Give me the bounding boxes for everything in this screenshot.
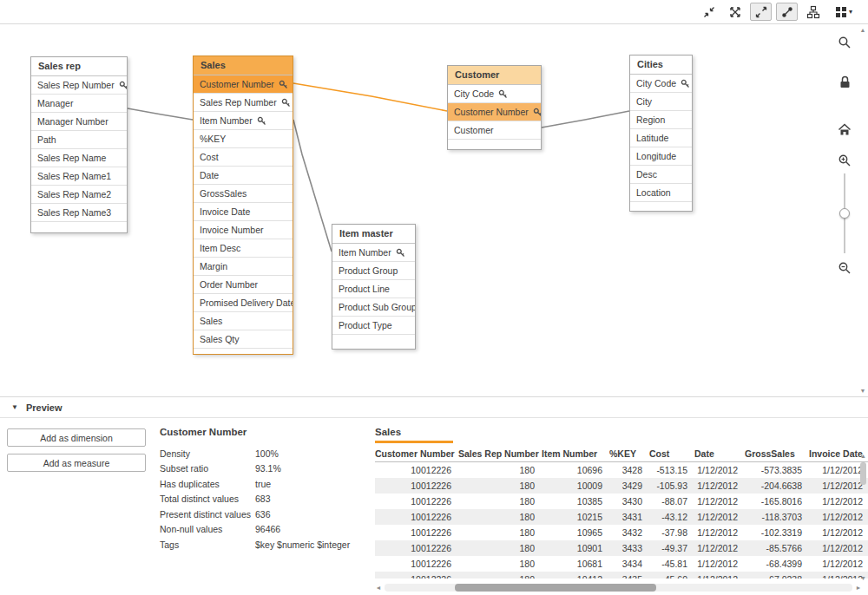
field-product-type[interactable]: Product Type (332, 317, 415, 335)
field-sales-rep-name1[interactable]: Sales Rep Name1 (31, 167, 127, 186)
column-header-date[interactable]: Date (694, 448, 745, 459)
field-order-number[interactable]: Order Number (194, 276, 293, 294)
scroll-right-icon[interactable]: ► (853, 585, 864, 591)
table-header[interactable]: Customer (448, 66, 541, 85)
expand-all-button[interactable] (750, 3, 772, 21)
association-salesrep-sales[interactable] (128, 108, 193, 120)
table-row[interactable]: 10012226180106963428-513.151/12/2012-573… (375, 462, 868, 478)
field-sales-rep-name[interactable]: Sales Rep Name (31, 149, 127, 167)
column-header-item-number[interactable]: Item Number (542, 448, 609, 459)
column-header-customer-number[interactable]: Customer Number (375, 448, 458, 459)
field-city-code[interactable]: City Code (448, 85, 541, 103)
association-sales-customer[interactable] (293, 83, 447, 111)
zoom-out-button[interactable] (833, 257, 856, 279)
collapse-all-button[interactable] (698, 3, 720, 21)
preview-horizontal-scrollbar[interactable]: ◄ ► (373, 582, 864, 593)
zoom-in-button[interactable] (833, 149, 856, 172)
column-header-cost[interactable]: Cost (649, 448, 694, 459)
field-sales-qty[interactable]: Sales Qty (194, 330, 293, 349)
table-row[interactable]: 10012226180103853430-88.071/12/2012-165.… (375, 494, 868, 509)
model-table-sales-rep[interactable]: Sales repSales Rep NumberManagerManager … (30, 56, 128, 233)
table-cell: 180 (458, 465, 542, 475)
field-product-sub-group[interactable]: Product Sub Group (332, 298, 415, 317)
scroll-down-icon[interactable]: ▼ (860, 388, 866, 394)
table-row[interactable]: 10012226180102153431-43.121/12/2012-118.… (375, 509, 868, 525)
add-as-measure-button[interactable]: Add as measure (7, 454, 146, 472)
table-row[interactable]: 10012226180104123435-45.601/12/2012-67.0… (375, 572, 868, 579)
field-path[interactable]: Path (31, 131, 127, 149)
scrollbar-thumb[interactable] (455, 584, 656, 592)
field-cost[interactable]: Cost (194, 148, 293, 167)
preview-header[interactable]: ▼ Preview (0, 397, 868, 418)
field-item-number[interactable]: Item Number (332, 244, 415, 262)
field-product-group[interactable]: Product Group (332, 262, 415, 280)
model-table-sales[interactable]: SalesCustomer NumberSales Rep NumberItem… (193, 56, 293, 355)
scroll-up-icon[interactable]: ▲ (860, 27, 866, 33)
table-row[interactable]: 10012226180109013433-49.371/12/2012-85.5… (375, 540, 868, 556)
field-manager[interactable]: Manager (31, 95, 127, 113)
association-sales-itemmaster[interactable] (293, 120, 332, 252)
collapse-preview-icon[interactable]: ▼ (11, 403, 18, 411)
field-promised-delivery-date[interactable]: Promised Delivery Date (194, 294, 293, 312)
column-header-sales-rep-number[interactable]: Sales Rep Number (458, 448, 542, 459)
field-invoice-date[interactable]: Invoice Date (194, 203, 293, 221)
column-header-key[interactable]: %KEY (609, 448, 649, 459)
field-customer[interactable]: Customer (448, 121, 541, 140)
field-date[interactable]: Date (194, 167, 293, 185)
field-latitude[interactable]: Latitude (630, 129, 692, 147)
field-sales[interactable]: Sales (194, 312, 293, 330)
table-header[interactable]: Item master (332, 225, 415, 244)
table-header[interactable]: Cities (630, 56, 692, 75)
scroll-down-icon[interactable]: ▼ (860, 575, 866, 581)
field-product-line[interactable]: Product Line (332, 280, 415, 298)
field-invoice-number[interactable]: Invoice Number (194, 221, 293, 239)
scroll-up-icon[interactable]: ▲ (860, 453, 866, 459)
model-table-cities[interactable]: CitiesCity CodeCityRegionLatitudeLongitu… (629, 55, 693, 212)
table-header[interactable]: Sales rep (31, 57, 127, 76)
table-cell: -118.3703 (745, 512, 809, 522)
field-sales-rep-name3[interactable]: Sales Rep Name3 (31, 204, 127, 222)
view-menu-button[interactable]: ▾ (828, 3, 859, 21)
scrollbar-track[interactable] (385, 584, 852, 592)
field-item-desc[interactable]: Item Desc (194, 239, 293, 258)
preview-table-vertical-scrollbar[interactable]: ▲ ▼ (858, 453, 868, 581)
grid-layout-button[interactable] (802, 3, 824, 21)
field-sales-rep-name2[interactable]: Sales Rep Name2 (31, 186, 127, 204)
field-margin[interactable]: Margin (194, 258, 293, 276)
field-key[interactable]: %KEY (194, 130, 293, 148)
field-sales-rep-number[interactable]: Sales Rep Number (194, 94, 293, 112)
field-sales-rep-number[interactable]: Sales Rep Number (31, 76, 127, 95)
field-item-number[interactable]: Item Number (194, 112, 293, 130)
column-header-grosssales[interactable]: GrossSales (745, 448, 809, 459)
canvas-vertical-scrollbar[interactable]: ▲ ▼ (858, 27, 867, 394)
field-city[interactable]: City (630, 93, 692, 111)
zoom-slider-handle[interactable] (839, 208, 850, 219)
zoom-slider[interactable] (833, 173, 856, 253)
show-linked-fields-button[interactable] (724, 3, 746, 21)
field-location[interactable]: Location (630, 184, 692, 202)
field-longitude[interactable]: Longitude (630, 147, 692, 166)
search-button[interactable] (833, 31, 856, 54)
table-row[interactable]: 10012226180100093429-105.931/12/2012-204… (375, 478, 868, 494)
table-header[interactable]: Sales (194, 56, 293, 75)
scroll-left-icon[interactable]: ◄ (373, 585, 384, 591)
field-grosssales[interactable]: GrossSales (194, 185, 293, 203)
model-table-item-master[interactable]: Item masterItem NumberProduct GroupProdu… (332, 224, 416, 350)
model-canvas[interactable]: Sales repSales Rep NumberManagerManager … (0, 24, 868, 397)
field-city-code[interactable]: City Code (630, 75, 692, 93)
table-row[interactable]: 10012226180106813434-45.811/12/2012-68.4… (375, 556, 868, 572)
association-customer-cities[interactable] (542, 111, 629, 128)
field-desc[interactable]: Desc (630, 166, 692, 184)
model-table-customer[interactable]: CustomerCity CodeCustomer NumberCustomer (447, 65, 542, 150)
field-region[interactable]: Region (630, 111, 692, 129)
table-row[interactable]: 10012226180109653432-37.981/12/2012-102.… (375, 525, 868, 540)
field-customer-number[interactable]: Customer Number (448, 103, 541, 121)
home-button[interactable] (833, 118, 856, 141)
scrollbar-thumb[interactable] (860, 462, 866, 485)
field-label: Sales Rep Name (37, 153, 106, 163)
lock-button[interactable] (833, 71, 856, 94)
field-customer-number[interactable]: Customer Number (194, 75, 293, 94)
table-connections-button[interactable] (776, 3, 798, 21)
field-manager-number[interactable]: Manager Number (31, 113, 127, 131)
add-as-dimension-button[interactable]: Add as dimension (7, 428, 146, 447)
